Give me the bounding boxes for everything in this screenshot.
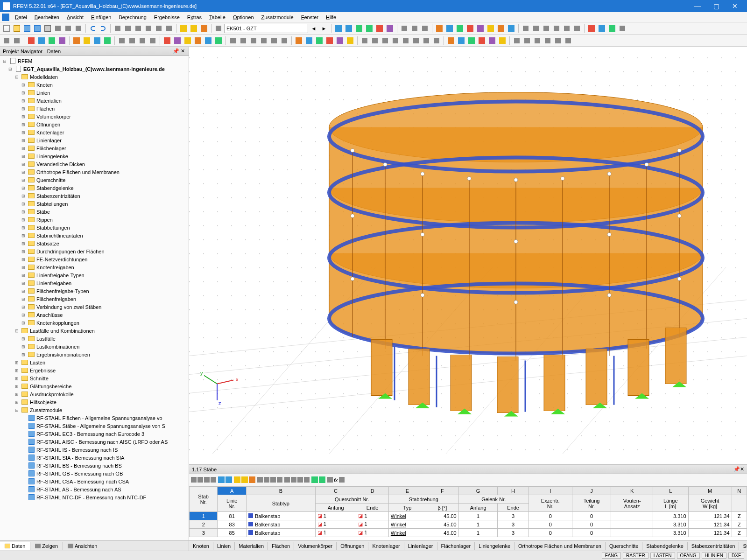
tree-node[interactable]: ⊞Anschlüsse [0, 311, 189, 319]
tb-d5[interactable] [562, 24, 571, 33]
tt-b6[interactable] [226, 476, 232, 484]
table-tab[interactable]: Stabendgelenke [642, 542, 688, 550]
table-tab[interactable]: Linien [213, 542, 235, 550]
maximize-button[interactable]: ▢ [707, 0, 726, 12]
tb-v7[interactable] [400, 24, 409, 33]
tree-node[interactable]: ⊞Ergebnisse [0, 366, 189, 374]
tree-node[interactable]: RF-STAHL Stäbe - Allgemeine Spannungsana… [0, 422, 189, 430]
tb-d4[interactable] [552, 24, 561, 33]
tb-c1[interactable] [435, 24, 444, 33]
t2-b52[interactable] [564, 36, 573, 45]
tree-node[interactable]: ⊞Liniengelenke [0, 152, 189, 160]
t2-b45[interactable] [487, 36, 497, 45]
tb-c6[interactable] [486, 24, 495, 33]
t2-b13[interactable] [138, 36, 147, 45]
tt-b20[interactable] [327, 477, 333, 483]
tree-node[interactable]: ⊞Knotenfreigaben [0, 263, 189, 271]
tb-e2[interactable] [597, 24, 606, 33]
tt-b19[interactable] [319, 476, 325, 484]
tree-node[interactable]: ⊞Querschnitte [0, 176, 189, 184]
t2-b34[interactable] [370, 36, 380, 45]
t2-b3[interactable] [27, 36, 36, 45]
tree-node[interactable]: ⊞Stäbe [0, 208, 189, 216]
loadcase-combo[interactable]: EK501 - GZT [224, 24, 308, 33]
t2-b49[interactable] [533, 36, 542, 45]
tree-node[interactable]: ⊞Stabendgelenke [0, 184, 189, 192]
tb-e4[interactable] [618, 24, 627, 33]
table-pin-icon[interactable]: 📌 [733, 466, 740, 472]
t2-b29[interactable] [315, 36, 324, 45]
t2-b26[interactable] [280, 36, 289, 45]
t2-b8[interactable] [82, 36, 92, 45]
t2-b32[interactable] [345, 36, 355, 45]
table-grid[interactable]: StabNr. ABCDEFGHIJKLMN LinieNr.Stabtyp Q… [189, 486, 747, 540]
table-tab[interactable]: Linienlager [404, 542, 437, 550]
tree-node[interactable]: ⊞Stabbettungen [0, 224, 189, 231]
t2-b31[interactable] [335, 36, 345, 45]
t2-b7[interactable] [72, 36, 81, 45]
tb-e3[interactable] [607, 24, 617, 33]
navigator-close-icon[interactable]: ✕ [179, 48, 186, 55]
tree-node[interactable]: ⊟Lastfälle und Kombinationen [0, 327, 189, 335]
table-tab[interactable]: Flächenlager [437, 542, 475, 550]
tree-node[interactable]: ⊞Glättungsbereiche [0, 382, 189, 390]
t2-b41[interactable] [446, 36, 456, 45]
tree-node[interactable]: ⊞FE-Netzverdichtungen [0, 255, 189, 263]
tb-print[interactable] [43, 24, 52, 33]
tree-node[interactable]: ⊞Stabexzentrizitäten [0, 192, 189, 200]
t2-b16[interactable] [173, 36, 182, 45]
tb-saveall[interactable] [33, 24, 42, 33]
tb-c7[interactable] [496, 24, 506, 33]
tree-node[interactable]: ⊞Lasten [0, 358, 189, 366]
tb-c8[interactable] [507, 24, 516, 33]
tb-d6[interactable] [572, 24, 582, 33]
menu-bearbeiten[interactable]: Bearbeiten [31, 14, 63, 21]
tb-d1[interactable] [521, 24, 530, 33]
table-row[interactable]: 181 Balkenstab ◪ 1◪ 1 Winkel45.00 1300 3… [190, 512, 747, 520]
t2-b47[interactable] [512, 36, 521, 45]
tree-node[interactable]: ⊞Orthotrope Flächen und Membranen [0, 168, 189, 176]
tree-node[interactable]: ⊞Veränderliche Dicken [0, 160, 189, 168]
menu-berechnung[interactable]: Berechnung [115, 14, 150, 21]
tb-c5[interactable] [476, 24, 485, 33]
tree-node[interactable]: ⊞Knotenlager [0, 128, 189, 136]
tt-b4[interactable] [211, 477, 216, 483]
t2-b37[interactable] [401, 36, 410, 45]
tb-d3[interactable] [542, 24, 551, 33]
tb-c2[interactable] [445, 24, 454, 33]
tb-save[interactable] [22, 24, 32, 33]
tree-node[interactable]: ⊞Linien [0, 89, 189, 97]
tt-b16[interactable] [297, 477, 303, 483]
tree-node[interactable]: RF-STAHL GB - Bemessung nach GB [0, 469, 189, 477]
t2-b25[interactable] [269, 36, 279, 45]
tree-node[interactable]: ⊟EGT_Aquavilla_Holzbau_(C)www.isenmann-i… [0, 65, 189, 73]
tree-node[interactable]: ⊟Modelldaten [0, 73, 189, 81]
table-tab[interactable]: Querschnitte [606, 542, 642, 550]
tb-btn14[interactable] [164, 24, 174, 33]
tree-node[interactable]: ⊞Stabsätze [0, 239, 189, 247]
t2-b12[interactable] [127, 36, 137, 45]
tb-e1[interactable] [587, 24, 596, 33]
t2-b9[interactable] [92, 36, 102, 45]
tree-node[interactable]: ⊞Volumenkörper [0, 112, 189, 120]
t2-b21[interactable] [228, 36, 238, 45]
t2-b28[interactable] [304, 36, 314, 45]
tree-node[interactable]: ⊞Rippen [0, 216, 189, 224]
3d-viewport[interactable]: x y z [189, 47, 747, 464]
tree-node[interactable]: ⊞Linienfreigabe-Typen [0, 271, 189, 279]
t2-b23[interactable] [249, 36, 258, 45]
t2-b46[interactable] [498, 36, 507, 45]
table-tab[interactable]: Liniengelenke [475, 542, 514, 550]
menu-optionen[interactable]: Optionen [229, 14, 258, 21]
tt-b9[interactable] [249, 476, 255, 484]
tree-node[interactable]: ⊞Linienlager [0, 136, 189, 144]
t2-b11[interactable] [117, 36, 127, 45]
t2-b1[interactable] [2, 36, 11, 45]
t2-b44[interactable] [477, 36, 486, 45]
tree-node[interactable]: ⊞Stabnichtlinearitäten [0, 231, 189, 239]
tree-node[interactable]: ⊞Ergebniskombinationen [0, 350, 189, 358]
tb-open[interactable] [12, 24, 21, 33]
tt-b14[interactable] [284, 477, 290, 483]
tree-node[interactable]: ⊞Lastfälle [0, 335, 189, 343]
tree-node[interactable]: ⊟RFEM [0, 57, 189, 65]
